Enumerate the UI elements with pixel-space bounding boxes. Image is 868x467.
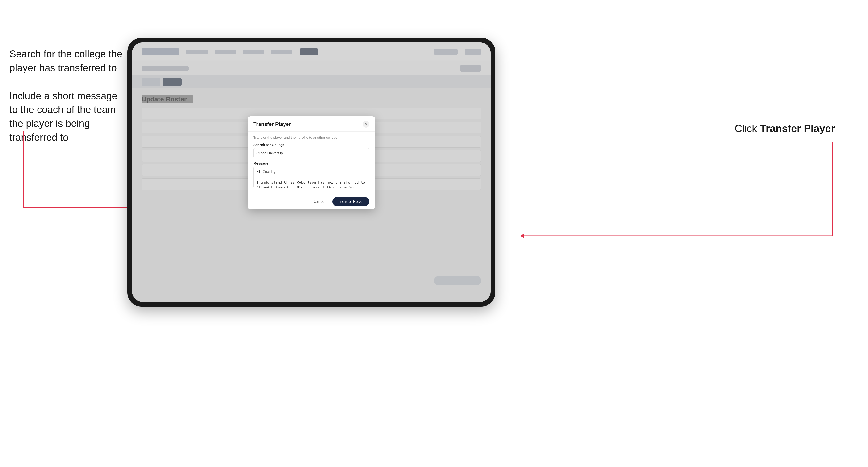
message-textarea[interactable]: Hi Coach, I understand Chris Robertson h… [253, 167, 369, 188]
message-field-label: Message [253, 161, 369, 165]
svg-marker-5 [520, 234, 524, 238]
annotation-right: Click Transfer Player [735, 123, 835, 134]
modal-body: Transfer the player and their profile to… [248, 132, 375, 194]
annotation-text-bottom: Include a short message to the coach of … [9, 89, 123, 145]
college-field-label: Search for College [253, 143, 369, 147]
modal-footer: Cancel Transfer Player [248, 194, 375, 210]
modal-close-button[interactable]: × [363, 121, 369, 128]
close-icon: × [365, 122, 367, 126]
annotation-right-text: Click [735, 123, 757, 134]
annotation-left-top: Search for the college the player has tr… [9, 47, 123, 145]
cancel-button[interactable]: Cancel [310, 198, 329, 206]
transfer-player-button[interactable]: Transfer Player [332, 197, 369, 206]
modal-title: Transfer Player [253, 121, 291, 127]
annotation-right-bold: Transfer Player [760, 123, 835, 134]
ipad-screen: Update Roster Transfer Player × Transfer… [132, 42, 491, 302]
ipad-device: Update Roster Transfer Player × Transfer… [127, 38, 495, 307]
modal-overlay: Transfer Player × Transfer the player an… [132, 42, 491, 302]
modal-header: Transfer Player × [248, 116, 375, 132]
transfer-player-modal: Transfer Player × Transfer the player an… [248, 116, 375, 210]
modal-description: Transfer the player and their profile to… [253, 135, 369, 139]
college-search-input[interactable] [253, 148, 369, 158]
annotation-text-top: Search for the college the player has tr… [9, 47, 123, 75]
